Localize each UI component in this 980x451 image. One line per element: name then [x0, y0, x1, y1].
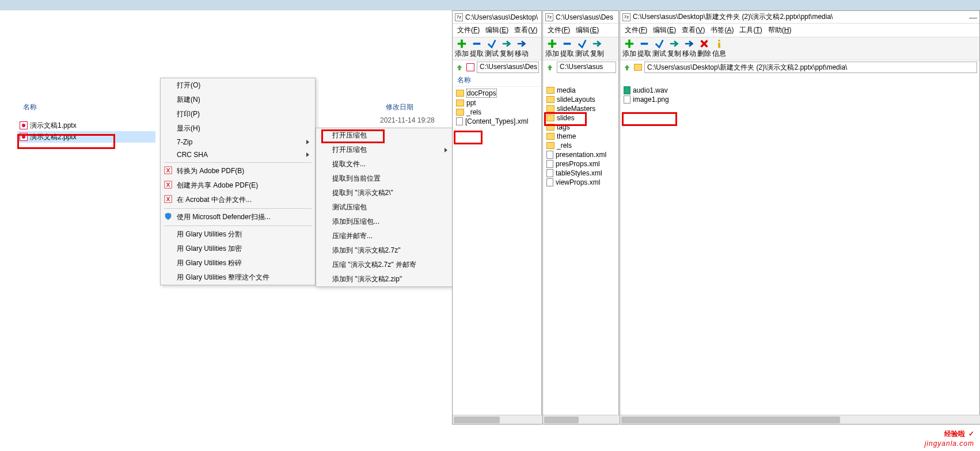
menu-crc-sha[interactable]: CRC SHA	[161, 148, 315, 161]
menu-show[interactable]: 显示(H)	[161, 121, 315, 136]
column-header-date[interactable]: 修改日期	[386, 102, 413, 112]
menu-edit[interactable]: 编辑(E)	[484, 25, 510, 36]
menu-new[interactable]: 新建(N)	[161, 93, 315, 107]
tool-add[interactable]: 添加	[545, 39, 559, 59]
submenu-compress-mail[interactable]: 压缩并邮寄...	[316, 229, 453, 243]
menu-file[interactable]: 文件(F)	[624, 25, 648, 36]
list-item[interactable]: ppt	[455, 98, 539, 108]
file-row[interactable]: 演示文稿1.pptx	[17, 120, 155, 131]
menu-defender-scan[interactable]: 使用 Microsoft Defender扫描...	[161, 210, 315, 224]
menu-adobe-pdf[interactable]: 转换为 Adobe PDF(B)	[161, 164, 315, 178]
path-field[interactable]: C:\Users\asus	[557, 62, 616, 73]
folder-icon	[546, 124, 554, 131]
submenu-test-archive[interactable]: 测试压缩包	[316, 200, 453, 215]
tool-info[interactable]: 信息	[712, 39, 726, 59]
scrollbar-thumb[interactable]	[621, 416, 840, 423]
list-item[interactable]: slideLayouts	[545, 95, 616, 104]
list-item[interactable]: _rels	[545, 141, 616, 150]
submenu-open-archive-as[interactable]: 打开压缩包	[316, 143, 453, 157]
tool-move[interactable]: 移动	[515, 39, 529, 59]
path-field[interactable]: C:\Users\asus\Des	[477, 62, 539, 73]
horizontal-scrollbar[interactable]	[543, 415, 620, 424]
up-button[interactable]	[545, 63, 554, 72]
path-bar: C:\Users\asus\Desktop\新建文件夹 (2)\演示文稿2.pp…	[620, 60, 979, 74]
menu-file[interactable]: 文件(F)	[456, 25, 481, 36]
path-field[interactable]: C:\Users\asus\Desktop\新建文件夹 (2)\演示文稿2.pp…	[644, 62, 977, 73]
tool-copy[interactable]: 复制	[500, 39, 514, 59]
submenu-add-zip[interactable]: 添加到 "演示文稿2.zip"	[316, 272, 453, 286]
tool-copy[interactable]: 复制	[667, 39, 681, 59]
menu-glary-defrag[interactable]: 用 Glary Utilities 整理这个文件	[161, 270, 315, 285]
window-title-bar[interactable]: 7z C:\Users\asus\Desktop\新建文件夹 (2)\演示文稿2…	[620, 11, 979, 24]
scrollbar-thumb[interactable]	[544, 416, 579, 423]
menu-help[interactable]: 帮助(H)	[767, 25, 793, 36]
tool-extract[interactable]: 提取	[470, 39, 484, 59]
scrollbar-thumb[interactable]	[454, 416, 500, 423]
list-item[interactable]: media	[545, 86, 616, 95]
menu-edit[interactable]: 编辑(E)	[575, 25, 600, 36]
toolbar: 添加 提取 测试 复制	[543, 37, 618, 60]
menu-view[interactable]: 查看(V)	[513, 25, 538, 36]
submenu-extract-to[interactable]: 提取到 "演示文稿2\"	[316, 186, 453, 200]
up-button[interactable]	[622, 63, 632, 72]
tool-extract[interactable]: 提取	[637, 39, 651, 59]
list-item[interactable]: audio1.wav	[622, 86, 977, 95]
menu-bar: 文件(F) 编辑(E) 查看(V)	[453, 24, 541, 37]
menu-acrobat-merge[interactable]: 在 Acrobat 中合并文件...	[161, 193, 315, 207]
window-title-bar[interactable]: 7z C:\Users\asus\Desktop\	[453, 11, 541, 24]
list-item[interactable]: presentation.xml	[545, 150, 616, 159]
tool-add[interactable]: 添加	[622, 39, 636, 59]
menu-adobe-share[interactable]: 创建并共享 Adobe PDF(E)	[161, 178, 315, 193]
list-item[interactable]: viewProps.xml	[545, 178, 616, 187]
column-header-name[interactable]: 名称	[453, 74, 541, 87]
submenu-add-archive[interactable]: 添加到压缩包...	[316, 215, 453, 229]
tool-copy[interactable]: 复制	[590, 39, 604, 59]
column-header-name[interactable]: 名称	[23, 102, 37, 112]
list-item[interactable]: [Content_Types].xml	[455, 117, 539, 126]
submenu-open-archive[interactable]: 打开压缩包	[316, 128, 453, 143]
menu-glary-split[interactable]: 用 Glary Utilities 分割	[161, 227, 315, 242]
list-item[interactable]: image1.png	[622, 95, 977, 104]
tool-add[interactable]: 添加	[455, 39, 469, 59]
menu-glary-shred[interactable]: 用 Glary Utilities 粉碎	[161, 256, 315, 270]
list-item[interactable]: tags	[545, 123, 616, 132]
horizontal-scrollbar[interactable]	[620, 415, 980, 424]
shield-icon	[164, 212, 172, 220]
folder-icon	[634, 64, 642, 71]
submenu-compress-7z-mail[interactable]: 压缩 "演示文稿2.7z" 并邮寄	[316, 258, 453, 272]
submenu-extract-files[interactable]: 提取文件...	[316, 157, 453, 171]
menu-bar: 文件(F) 编辑(E) 查看(V) 书签(A) 工具(T) 帮助(H)	[620, 24, 979, 37]
menu-edit[interactable]: 编辑(E)	[652, 25, 677, 36]
list-item[interactable]: tableStyles.xml	[545, 169, 616, 178]
list-item[interactable]: presProps.xml	[545, 159, 616, 169]
tool-test[interactable]: 测试	[575, 39, 589, 59]
file-row-selected[interactable]: 演示文稿2.pptx	[17, 131, 155, 143]
menu-separator	[164, 208, 312, 209]
submenu-add-7z[interactable]: 添加到 "演示文稿2.7z"	[316, 243, 453, 258]
file-icon	[624, 95, 630, 104]
menu-glary-encrypt[interactable]: 用 Glary Utilities 加密	[161, 242, 315, 256]
tool-test[interactable]: 测试	[652, 39, 666, 59]
list-item[interactable]: slides	[545, 113, 616, 123]
menu-file[interactable]: 文件(F)	[546, 25, 571, 36]
tool-delete[interactable]: 删除	[697, 39, 711, 59]
horizontal-scrollbar[interactable]	[453, 415, 542, 424]
menu-7zip[interactable]: 7-Zip	[161, 136, 315, 148]
list-item[interactable]: _rels	[455, 108, 539, 117]
tool-move[interactable]: 移动	[682, 39, 696, 59]
window-title-bar[interactable]: 7z C:\Users\asus\Des	[543, 11, 618, 24]
tool-extract[interactable]: 提取	[560, 39, 574, 59]
menu-bookmark[interactable]: 书签(A)	[709, 25, 735, 36]
up-button[interactable]	[455, 63, 464, 72]
menu-tools[interactable]: 工具(T)	[738, 25, 763, 36]
menu-view[interactable]: 查看(V)	[681, 25, 706, 36]
list-item[interactable]: theme	[545, 132, 616, 141]
minimize-button[interactable]: —	[969, 13, 977, 22]
tool-test[interactable]: 测试	[485, 39, 499, 59]
menu-print[interactable]: 打印(P)	[161, 107, 315, 121]
list-item[interactable]: docProps	[455, 88, 539, 98]
window-title: C:\Users\asus\Desktop\新建文件夹 (2)\演示文稿2.pp…	[633, 12, 833, 22]
list-item[interactable]: slideMasters	[545, 104, 616, 113]
menu-open[interactable]: 打开(O)	[161, 78, 315, 93]
submenu-extract-here[interactable]: 提取到当前位置	[316, 171, 453, 186]
